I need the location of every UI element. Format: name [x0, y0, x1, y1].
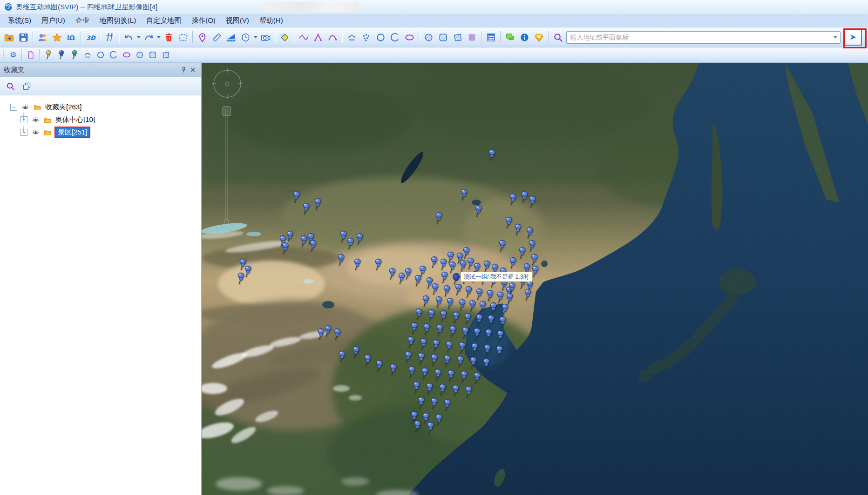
fill-polygon-button[interactable] — [159, 49, 172, 61]
folder-import-button[interactable] — [2, 30, 16, 44]
draw-arc-button[interactable] — [388, 30, 402, 44]
map-pushpin[interactable] — [412, 381, 421, 393]
map-pushpin[interactable] — [374, 259, 383, 270]
map-pushpin[interactable] — [523, 289, 532, 301]
map-pushpin[interactable] — [313, 198, 322, 210]
draw-arc-button[interactable] — [107, 49, 120, 61]
map-pushpin[interactable] — [498, 240, 507, 252]
map-pushpin[interactable] — [438, 384, 447, 395]
favorites-button[interactable] — [50, 30, 64, 44]
column-bars-button[interactable] — [465, 30, 479, 44]
freehand-line-button[interactable] — [297, 30, 311, 44]
search-input[interactable] — [566, 31, 841, 44]
map-pushpin[interactable] — [460, 371, 468, 382]
expand-toggle[interactable]: + — [20, 129, 27, 136]
map-pushpin[interactable] — [509, 257, 517, 269]
pins-tool-button[interactable] — [102, 30, 117, 44]
map-pushpin[interactable] — [478, 301, 487, 313]
map-pushpin[interactable] — [432, 340, 441, 351]
map-pushpin[interactable] — [439, 310, 448, 322]
map-pushpin[interactable] — [434, 414, 443, 426]
map-pushpin[interactable] — [417, 353, 426, 364]
go-button[interactable] — [844, 29, 862, 46]
arc-line-button[interactable] — [345, 30, 359, 44]
map-pushpin[interactable] — [509, 194, 517, 205]
map-pushpin[interactable] — [448, 326, 457, 337]
map-pushpin[interactable] — [434, 212, 443, 224]
map-pushpin[interactable] — [454, 284, 463, 295]
map-pushpin[interactable] — [484, 329, 493, 341]
map-pushpin[interactable] — [420, 368, 429, 379]
search-icon[interactable] — [6, 81, 15, 91]
tree-row-scenic[interactable]: + 景区[251] — [0, 126, 201, 139]
map-pushpin[interactable] — [504, 217, 513, 228]
menu-view[interactable]: 视图(V) — [221, 16, 254, 25]
message-button[interactable] — [503, 30, 517, 44]
map-pushpin[interactable] — [475, 288, 484, 300]
copy-layers-icon[interactable] — [22, 81, 32, 91]
map-pushpin[interactable] — [434, 369, 442, 381]
new-document-button[interactable] — [24, 49, 37, 61]
menu-system[interactable]: 系统(S) — [3, 16, 36, 25]
map-pushpin[interactable] — [461, 327, 470, 339]
arc-line-button[interactable] — [81, 49, 94, 61]
map-pushpin[interactable] — [414, 275, 422, 287]
map-pushpin[interactable] — [475, 314, 484, 326]
save-button[interactable] — [16, 30, 31, 44]
map-pushpin[interactable] — [417, 397, 426, 408]
fill-circle-button[interactable] — [133, 49, 146, 61]
map-pushpin[interactable] — [474, 205, 483, 217]
map-pushpin[interactable] — [430, 256, 439, 268]
map-pushpin[interactable] — [439, 259, 448, 270]
map-pushpin[interactable] — [473, 328, 481, 340]
map-pushpin[interactable] — [309, 240, 318, 252]
draw-ellipse-button[interactable] — [120, 49, 133, 61]
menu-operation[interactable]: 操作(O) — [186, 16, 221, 25]
pushpin-blue-button[interactable] — [55, 49, 68, 61]
map-pushpin[interactable] — [514, 224, 522, 235]
users-button[interactable] — [35, 30, 50, 44]
measure-button[interactable] — [210, 30, 224, 44]
map-pushpin[interactable] — [302, 203, 311, 214]
fill-polygon-button[interactable] — [450, 30, 465, 44]
fill-rect-button[interactable] — [146, 49, 159, 61]
map-pushpin[interactable] — [496, 292, 505, 303]
pushpin-green-button[interactable] — [68, 49, 81, 61]
map-pushpin[interactable] — [501, 304, 509, 315]
map-pushpin[interactable] — [456, 356, 465, 368]
map-pushpin[interactable] — [458, 299, 467, 311]
map-viewport[interactable]: 测试一组/ 我不是群 1.3时 — [202, 63, 868, 495]
tree-label[interactable]: 奥体中心[10] — [55, 115, 95, 124]
menu-user[interactable]: 用户(U) — [36, 16, 70, 25]
map-pushpin[interactable] — [414, 308, 423, 320]
pushpin-yellow-button[interactable] — [42, 49, 55, 61]
undo-dropdown[interactable] — [136, 30, 142, 44]
visibility-eye-icon[interactable] — [31, 128, 41, 137]
map-pushpin[interactable] — [440, 272, 449, 283]
map-pushpin[interactable] — [518, 247, 527, 259]
map-pushpin[interactable] — [463, 313, 472, 325]
map-pushpin[interactable] — [363, 355, 372, 366]
map-pushpin[interactable] — [448, 261, 457, 273]
map-pushpin[interactable] — [388, 268, 397, 280]
fill-rect-button[interactable] — [436, 30, 450, 44]
map-pushpin[interactable] — [443, 355, 452, 367]
3d-view-button[interactable] — [83, 30, 98, 44]
map-pushpin[interactable] — [337, 254, 346, 266]
map-pushpin[interactable] — [446, 298, 454, 309]
map-pushpin[interactable] — [431, 283, 440, 295]
menu-help[interactable]: 帮助(H) — [254, 16, 288, 25]
map-pushpin[interactable] — [426, 422, 435, 434]
search-button[interactable] — [551, 30, 565, 44]
map-pushpin[interactable] — [442, 285, 451, 297]
map-pushpin[interactable] — [468, 300, 477, 312]
map-pushpin[interactable] — [464, 386, 473, 398]
map-pushpin[interactable] — [483, 344, 492, 356]
map-pushpin[interactable] — [496, 330, 505, 342]
map-pushpin[interactable] — [435, 324, 444, 336]
select-region-button[interactable] — [176, 30, 190, 44]
map-pushpin[interactable] — [375, 360, 384, 372]
redo-button[interactable] — [142, 30, 156, 44]
map-pushpin[interactable] — [333, 328, 342, 340]
data-table-button[interactable] — [484, 30, 498, 44]
